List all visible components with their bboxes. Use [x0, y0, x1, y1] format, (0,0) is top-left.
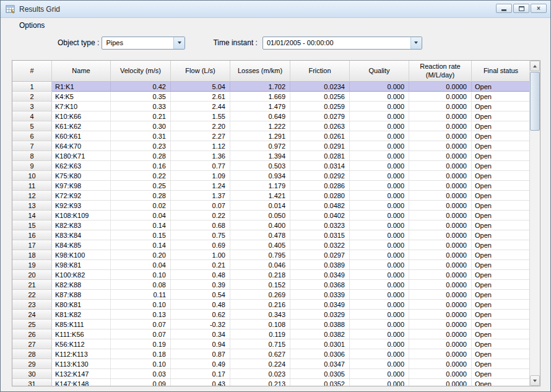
cell-flow[interactable]: 1.24 [171, 181, 230, 191]
cell-friction[interactable]: 0.0352 [290, 379, 350, 386]
cell-friction[interactable]: 0.0280 [290, 191, 350, 201]
object-type-dropdown-button[interactable] [173, 37, 184, 49]
cell-friction[interactable]: 0.0402 [290, 211, 350, 220]
cell-friction[interactable]: 0.0256 [290, 92, 350, 102]
row-number[interactable]: 11 [12, 181, 52, 191]
cell-friction[interactable]: 0.0368 [290, 280, 350, 290]
cell-name[interactable]: K87:K88 [52, 290, 111, 300]
cell-reaction[interactable]: 0.0000 [409, 131, 472, 141]
row-number[interactable]: 6 [12, 131, 52, 141]
row-number[interactable]: 19 [12, 260, 52, 270]
cell-reaction[interactable]: 0.0000 [409, 250, 472, 260]
cell-velocity[interactable]: 0.25 [111, 181, 171, 191]
table-row[interactable]: 24K81:K820.130.620.3430.03290.0000.0000O… [12, 310, 529, 320]
cell-quality[interactable]: 0.000 [350, 349, 409, 359]
row-number[interactable]: 31 [12, 379, 52, 386]
cell-flow[interactable]: 1.09 [171, 171, 230, 181]
cell-status[interactable]: Open [472, 230, 529, 240]
cell-quality[interactable]: 0.000 [350, 82, 409, 92]
cell-flow[interactable]: 0.07 [171, 201, 230, 211]
cell-velocity[interactable]: 0.10 [111, 270, 171, 280]
table-row[interactable]: 14K108:K1090.040.220.0500.04020.0000.000… [12, 211, 529, 220]
cell-name[interactable]: K85:K111 [52, 320, 111, 329]
cell-status[interactable]: Open [472, 260, 529, 270]
cell-velocity[interactable]: 0.02 [111, 201, 171, 211]
cell-name[interactable]: K82:K83 [52, 220, 111, 230]
cell-losses[interactable]: 1.394 [230, 151, 290, 161]
cell-reaction[interactable]: 0.0000 [409, 151, 472, 161]
cell-flow[interactable]: 1.00 [171, 250, 230, 260]
cell-velocity[interactable]: 0.22 [111, 171, 171, 181]
cell-quality[interactable]: 0.000 [350, 260, 409, 270]
cell-status[interactable]: Open [472, 131, 529, 141]
cell-name[interactable]: K112:K113 [52, 349, 111, 359]
cell-losses[interactable]: 0.023 [230, 369, 290, 379]
table-row[interactable]: 25K85:K1110.07-0.320.1080.03880.0000.000… [12, 320, 529, 329]
row-number[interactable]: 25 [12, 320, 52, 329]
cell-status[interactable]: Open [472, 151, 529, 161]
row-number[interactable]: 23 [12, 300, 52, 310]
column-header[interactable]: Friction [290, 61, 350, 82]
cell-flow[interactable]: 0.69 [171, 240, 230, 250]
cell-friction[interactable]: 0.0292 [290, 171, 350, 181]
cell-status[interactable]: Open [472, 220, 529, 230]
cell-reaction[interactable]: 0.0000 [409, 102, 472, 111]
cell-friction[interactable]: 0.0261 [290, 131, 350, 141]
cell-flow[interactable]: 2.61 [171, 92, 230, 102]
cell-quality[interactable]: 0.000 [350, 220, 409, 230]
cell-quality[interactable]: 0.000 [350, 181, 409, 191]
cell-losses[interactable]: 0.046 [230, 260, 290, 270]
cell-reaction[interactable]: 0.0000 [409, 230, 472, 240]
cell-status[interactable]: Open [472, 171, 529, 181]
cell-status[interactable]: Open [472, 270, 529, 280]
cell-flow[interactable]: 0.49 [171, 359, 230, 369]
cell-losses[interactable]: 0.972 [230, 141, 290, 151]
cell-reaction[interactable]: 0.0000 [409, 320, 472, 329]
time-instant-dropdown-button[interactable] [410, 37, 422, 49]
column-header[interactable]: Velocity (m/s) [111, 61, 171, 82]
table-row[interactable]: 29K113:K1300.100.490.2240.03470.0000.000… [12, 359, 529, 369]
cell-status[interactable]: Open [472, 250, 529, 260]
cell-flow[interactable]: 0.34 [171, 329, 230, 339]
cell-flow[interactable]: 0.39 [171, 280, 230, 290]
cell-reaction[interactable]: 0.0000 [409, 369, 472, 379]
cell-friction[interactable]: 0.0382 [290, 329, 350, 339]
cell-friction[interactable]: 0.0301 [290, 339, 350, 349]
cell-reaction[interactable]: 0.0000 [409, 181, 472, 191]
cell-quality[interactable]: 0.000 [350, 290, 409, 300]
cell-losses[interactable]: 1.669 [230, 92, 290, 102]
cell-losses[interactable]: 0.478 [230, 230, 290, 240]
cell-velocity[interactable]: 0.42 [111, 82, 171, 92]
row-number[interactable]: 8 [12, 151, 52, 161]
row-number[interactable]: 15 [12, 220, 52, 230]
row-number[interactable]: 24 [12, 310, 52, 320]
cell-velocity[interactable]: 0.10 [111, 359, 171, 369]
row-number[interactable]: 14 [12, 211, 52, 220]
column-header[interactable]: Final status [472, 61, 529, 82]
scroll-down-button[interactable] [530, 375, 540, 386]
cell-quality[interactable]: 0.000 [350, 161, 409, 171]
cell-quality[interactable]: 0.000 [350, 339, 409, 349]
cell-reaction[interactable]: 0.0000 [409, 161, 472, 171]
table-row[interactable]: 17K84:K850.140.690.4050.03220.0000.0000O… [12, 240, 529, 250]
cell-name[interactable]: K7:K10 [52, 102, 111, 111]
cell-flow[interactable]: 5.04 [171, 82, 230, 92]
cell-name[interactable]: K84:K85 [52, 240, 111, 250]
cell-quality[interactable]: 0.000 [350, 300, 409, 310]
cell-name[interactable]: K10:K66 [52, 111, 111, 121]
cell-name[interactable]: K72:K92 [52, 191, 111, 201]
cell-flow[interactable]: 0.22 [171, 211, 230, 220]
cell-losses[interactable]: 1.479 [230, 102, 290, 111]
cell-quality[interactable]: 0.000 [350, 250, 409, 260]
scrollbar-thumb[interactable] [530, 72, 540, 131]
cell-status[interactable]: Open [472, 102, 529, 111]
cell-name[interactable]: K180:K71 [52, 151, 111, 161]
cell-quality[interactable]: 0.000 [350, 171, 409, 181]
cell-losses[interactable]: 0.649 [230, 111, 290, 121]
cell-quality[interactable]: 0.000 [350, 310, 409, 320]
cell-flow[interactable]: 0.62 [171, 310, 230, 320]
table-row[interactable]: 15K82:K830.140.680.4000.03230.0000.0000O… [12, 220, 529, 230]
cell-reaction[interactable]: 0.0000 [409, 379, 472, 386]
cell-losses[interactable]: 1.222 [230, 121, 290, 131]
cell-flow[interactable]: 0.94 [171, 339, 230, 349]
